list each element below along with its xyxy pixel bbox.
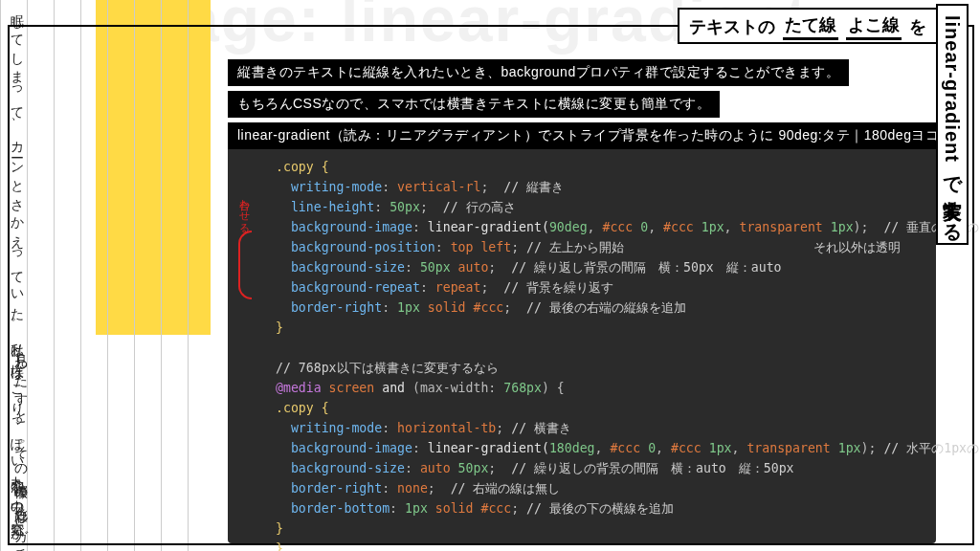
title-linear-gradient: linear-gradient [942, 15, 963, 163]
sample-vertical-text-bottom: 見わたすと、その檸檬の色彩はガチャガチャした色の階調をひっそりと紡錘の身体の中へ… [8, 344, 34, 545]
brace-arc-icon [238, 231, 252, 299]
title-vert-tail: で実装する [942, 163, 963, 233]
brace-label: 合わせる [237, 191, 252, 229]
sample-vertical-text-top: 眠してしまって、カーンとさかえっていた。私は埃ほこりっぽい丸窓の中の空気が、その… [4, 4, 31, 320]
title-suffix: を [909, 15, 926, 38]
title-vertical: linear-gradientで実装する [936, 4, 969, 245]
brace-annotation: 合わせる [237, 191, 252, 299]
sample-text-column: 眠してしまって、カーンとさかえっていた。私は埃ほこりっぽい丸窓の中の空気が、その… [0, 0, 211, 551]
title-prefix: テキストの [689, 15, 775, 38]
intro-line-2: もちろんCSSなので、スマホでは横書きテキストに横線に変更も簡単です。 [228, 91, 720, 118]
title-em-horizontal: よこ線 [846, 13, 902, 40]
title-em-vertical: たて線 [783, 13, 838, 40]
title-horizontal: テキストの たて線 よこ線 を [678, 8, 938, 44]
page-title: テキストの たて線 よこ線 を linear-gradientで実装する [678, 4, 969, 245]
